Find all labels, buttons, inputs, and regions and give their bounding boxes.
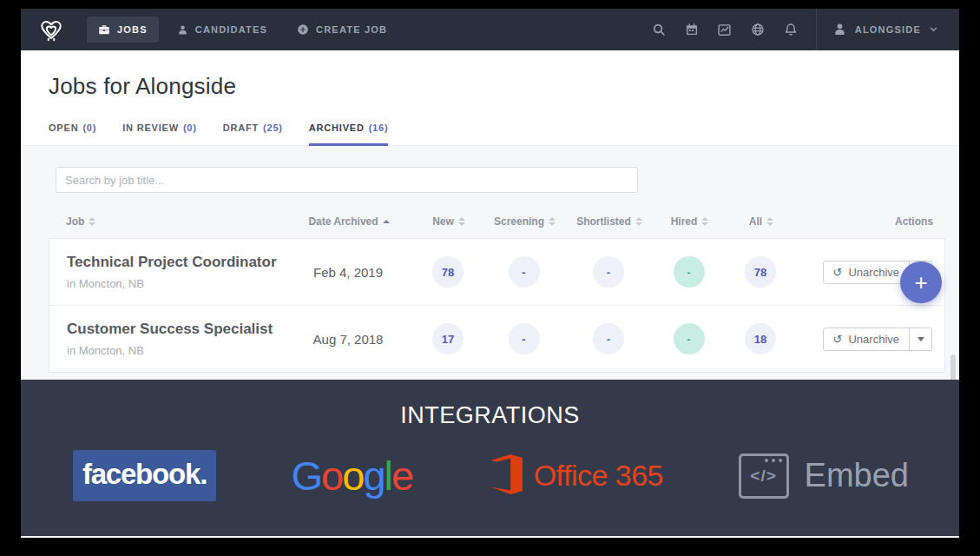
count-badge: 78	[432, 256, 464, 288]
column-header-screening[interactable]: Screening	[483, 215, 566, 228]
unarchive-button[interactable]: ↺ Unarchive	[824, 328, 909, 350]
integrations-title: INTEGRATIONS	[21, 402, 959, 429]
column-header-date-archived[interactable]: Date Archived	[284, 215, 414, 228]
tab-label: DRAFT	[223, 122, 259, 133]
column-header-all[interactable]: All	[727, 215, 796, 228]
nav-item-label: CREATE JOB	[316, 24, 387, 35]
table-row[interactable]: Customer Success Specialist in Moncton, …	[49, 305, 944, 372]
table-row[interactable]: Technical Project Coordinator in Moncton…	[49, 239, 944, 305]
screening-count-cell[interactable]: -	[483, 256, 565, 288]
count-badge: -	[509, 256, 540, 288]
tab-open[interactable]: OPEN (0)	[49, 122, 96, 146]
plus-circle-icon	[297, 23, 309, 36]
search-input[interactable]	[56, 167, 638, 193]
account-label: ALONGSIDE	[855, 24, 921, 35]
unarchive-label: Unarchive	[848, 333, 899, 346]
analytics-icon[interactable]	[708, 23, 741, 37]
job-cell: Customer Success Specialist in Moncton, …	[67, 321, 283, 357]
google-logo[interactable]: Google	[292, 452, 413, 500]
undo-icon: ↺	[833, 333, 843, 346]
tab-count: (0)	[183, 122, 197, 133]
office365-logo[interactable]: Office 365	[488, 454, 663, 498]
nav-item-label: JOBS	[117, 24, 148, 35]
facebook-logo[interactable]: facebook.	[73, 450, 216, 501]
google-letter: o	[342, 453, 363, 499]
jobs-table: Technical Project Coordinator in Moncton…	[49, 238, 945, 373]
tab-count: (0)	[82, 122, 96, 133]
google-letter: o	[321, 453, 342, 499]
shortlisted-count-cell[interactable]: -	[565, 256, 652, 288]
unarchive-button[interactable]: ↺ Unarchive	[824, 261, 909, 283]
briefcase-icon	[98, 23, 110, 36]
nav-item-candidates[interactable]: CANDIDATES	[166, 17, 279, 43]
code-glyph: </>	[741, 467, 786, 486]
column-header-shortlisted[interactable]: Shortlisted	[566, 215, 653, 228]
shortlisted-count-cell[interactable]: -	[565, 323, 652, 354]
count-badge: -	[674, 323, 705, 354]
tab-archived[interactable]: ARCHIVED (16)	[309, 122, 389, 146]
navbar-divider	[816, 9, 817, 50]
unarchive-split-button: ↺ Unarchive	[823, 328, 932, 351]
sort-icon	[701, 217, 708, 226]
all-count-cell[interactable]: 18	[726, 323, 795, 354]
calendar-icon[interactable]	[675, 23, 708, 36]
column-header-actions: Actions	[796, 215, 945, 228]
globe-icon[interactable]	[741, 23, 774, 36]
chevron-down-icon	[929, 24, 938, 36]
tab-label: ARCHIVED	[309, 122, 365, 133]
facebook-wordmark: facebook.	[82, 458, 207, 494]
search-icon[interactable]	[642, 23, 675, 36]
column-header-new[interactable]: New	[414, 215, 483, 228]
count-badge: 78	[745, 256, 776, 288]
nav-item-label: CANDIDATES	[195, 24, 267, 35]
count-badge: -	[593, 323, 624, 354]
user-icon	[177, 24, 188, 36]
unarchive-dropdown-toggle[interactable]	[909, 328, 931, 350]
office-icon	[488, 454, 523, 498]
integration-logos: facebook. Google Office 365 </> Embed	[21, 450, 959, 501]
nav-item-create-job[interactable]: CREATE JOB	[286, 17, 398, 43]
navbar-right: ALONGSIDE	[642, 9, 947, 50]
column-header-hired[interactable]: Hired	[653, 215, 727, 228]
new-count-cell[interactable]: 17	[413, 323, 483, 354]
bell-icon[interactable]	[774, 23, 807, 36]
nav-item-jobs[interactable]: JOBS	[87, 17, 159, 43]
account-menu[interactable]: ALONGSIDE	[820, 9, 947, 50]
google-letter: G	[292, 453, 322, 499]
job-title[interactable]: Technical Project Coordinator	[67, 254, 283, 271]
screening-count-cell[interactable]: -	[483, 323, 565, 354]
undo-icon: ↺	[833, 266, 843, 279]
tab-label: OPEN	[49, 122, 78, 133]
job-location: in Moncton, NB	[67, 277, 283, 290]
google-letter: g	[363, 453, 384, 499]
date-archived-cell: Feb 4, 2019	[283, 265, 413, 280]
hired-count-cell[interactable]: -	[652, 256, 726, 288]
embed-wordmark: Embed	[805, 457, 909, 494]
unarchive-label: Unarchive	[848, 266, 899, 279]
job-status-tabs: OPEN (0) IN REVIEW (0) DRAFT (25) ARCHIV…	[21, 122, 959, 146]
add-job-button[interactable]: +	[900, 261, 942, 303]
account-avatar-icon	[832, 22, 847, 38]
hired-count-cell[interactable]: -	[652, 323, 726, 354]
all-count-cell[interactable]: 78	[726, 256, 795, 288]
tab-draft[interactable]: DRAFT (25)	[223, 122, 283, 146]
tab-count: (16)	[369, 122, 389, 133]
count-badge: -	[509, 323, 540, 354]
alongside-logo-icon[interactable]	[38, 17, 64, 43]
code-window-icon: </>	[739, 453, 789, 499]
column-header-job[interactable]: Job	[66, 215, 284, 228]
count-badge: -	[593, 256, 624, 288]
tab-in-review[interactable]: IN REVIEW (0)	[122, 122, 197, 146]
new-count-cell[interactable]: 78	[413, 256, 483, 288]
sort-icon	[458, 217, 465, 226]
embed-logo[interactable]: </> Embed	[739, 453, 909, 499]
actions-cell: ↺ Unarchive	[795, 328, 944, 351]
page-title: Jobs for Alongside	[49, 73, 931, 100]
office-wordmark: Office 365	[534, 459, 663, 493]
job-title[interactable]: Customer Success Specialist	[67, 321, 283, 338]
tab-label: IN REVIEW	[122, 122, 179, 133]
count-badge: 18	[745, 323, 776, 354]
count-badge: -	[674, 256, 705, 288]
table-header: Job Date Archived New Screening Shortlis…	[49, 215, 945, 236]
sort-icon	[549, 217, 556, 226]
